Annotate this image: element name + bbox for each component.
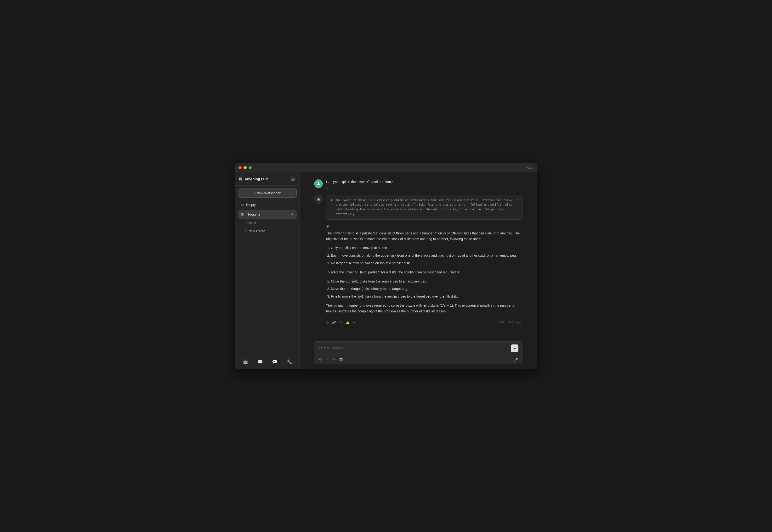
sidebar-item-empty[interactable]: ⊞ Empty	[238, 200, 297, 209]
collapse-thinking-button[interactable]: ∧	[516, 198, 518, 201]
title-bar: v1.7.3	[235, 163, 537, 172]
svg-point-0	[318, 182, 319, 184]
sidebar-footer: 🤖 📖 💬 🔧	[235, 355, 300, 369]
send-icon: ➤	[513, 347, 516, 350]
ai-avatar: ⊠	[314, 195, 323, 204]
user-message-text: Can you explain the tower of hanoi probl…	[326, 179, 393, 184]
user-message-content: Can you explain the tower of hanoi probl…	[326, 179, 393, 189]
response-actions: ⧉ 🔗 ↻ 👍 ⋯ 4.881s (59.62 tok/s)	[326, 321, 522, 325]
workspace-label: Thoughts	[246, 212, 260, 216]
send-button[interactable]: ➤	[511, 344, 518, 352]
message-input[interactable]	[318, 345, 508, 351]
message-input-row: ➤	[314, 342, 522, 355]
mention-icon[interactable]: @	[332, 358, 336, 361]
regenerate-icon[interactable]: ↻	[339, 321, 342, 324]
sidebar-item-thoughts[interactable]: ⊞ Thoughts ↑ ⚙	[238, 210, 297, 219]
ai-message: ⊠ ✦ The Tower of Hanoi is a classic prob…	[314, 195, 522, 325]
maximize-button[interactable]	[249, 166, 252, 169]
export-icon[interactable]: ↑	[288, 213, 290, 216]
new-thread-label: New Thread	[249, 229, 266, 233]
input-toolbar: 📎 / @ T 🎤	[314, 355, 522, 364]
thinking-icon: ✦	[330, 198, 333, 202]
rule-2: Each move consists of taking the upper d…	[331, 253, 522, 259]
response-conclusion: The minimum number of moves required to …	[326, 303, 522, 314]
sidebar: ⊠ Anything LLM ▦ + New Workspace ⊞ Empty…	[235, 172, 300, 369]
logo-area: ⊠ Anything LLM	[239, 176, 269, 182]
input-container: ➤ 📎 / @ T 🎤	[314, 341, 522, 364]
docs-icon[interactable]: 📖	[256, 358, 264, 366]
plus-icon: +	[245, 229, 247, 233]
workspace-icon: ⊞	[241, 212, 244, 216]
settings-icon[interactable]: 🔧	[285, 358, 293, 366]
user-avatar	[314, 179, 323, 188]
messages-container: Can you explain the tower of hanoi probl…	[300, 172, 537, 338]
thread-label: default	[247, 221, 256, 225]
app-window: v1.7.3 ⊠ Anything LLM ▦ + New Workspace …	[235, 163, 537, 369]
workspace-icon: ⊞	[241, 203, 244, 207]
settings-workspace-icon[interactable]: ⚙	[291, 213, 294, 216]
rules-list: Only one disk can be moved at a time. Ea…	[326, 245, 522, 266]
attach-icon[interactable]: 📎	[318, 358, 322, 361]
response-meta: 4.881s (59.62 tok/s)	[497, 321, 522, 324]
chat-area: Can you explain the tower of hanoi probl…	[300, 172, 537, 369]
response-intro: The Tower of Hanoi is a puzzle that cons…	[326, 231, 522, 242]
traffic-lights	[239, 166, 252, 169]
rule-1: Only one disk can be moved at a time.	[331, 245, 522, 251]
ai-response-text: The Tower of Hanoi is a puzzle that cons…	[326, 231, 522, 318]
step-1: Move the top n−1 disks from the source p…	[331, 279, 522, 284]
new-workspace-button[interactable]: + New Workspace	[238, 188, 297, 198]
sidebar-header: ⊠ Anything LLM ▦	[235, 172, 300, 186]
mic-icon[interactable]: 🎤	[514, 357, 518, 362]
sidebar-body: + New Workspace ⊞ Empty ⊞ Thoughts ↑ ⚙	[235, 186, 300, 355]
sidebar-toggle-button[interactable]: ▦	[290, 176, 296, 182]
slash-command-icon[interactable]: /	[326, 357, 329, 362]
default-thread-item[interactable]: default	[238, 220, 297, 226]
discord-icon[interactable]: 💬	[271, 358, 279, 366]
thumbs-up-icon[interactable]: 👍	[346, 321, 350, 324]
version-label: v1.7.3	[526, 166, 533, 169]
ai-logo-icon: ⊠	[317, 198, 320, 201]
workspace-label: Empty	[246, 203, 256, 207]
thinking-block: ✦ The Tower of Hanoi is a classic proble…	[326, 195, 522, 220]
workspace-actions: ↑ ⚙	[288, 213, 294, 216]
input-area: ➤ 📎 / @ T 🎤	[300, 338, 537, 369]
logo-text: Anything LLM	[245, 177, 269, 181]
logo-icon: ⊠	[239, 176, 243, 182]
step-3: Finally, move the n−1 disks from the aux…	[331, 294, 522, 299]
thinking-text: The Tower of Hanoi is a classic problem …	[336, 198, 514, 216]
more-options-icon[interactable]: ⋯	[353, 321, 356, 324]
recursive-intro: To solve the Tower of Hanoi problem for …	[326, 270, 522, 275]
agent-icon[interactable]: 🤖	[241, 358, 250, 366]
minimize-button[interactable]	[244, 166, 247, 169]
cite-icon[interactable]: 🔗	[332, 321, 336, 324]
user-message: Can you explain the tower of hanoi probl…	[314, 179, 522, 189]
copy-response-icon[interactable]: ⧉	[326, 321, 329, 325]
rule-3: No larger disk may be placed on top of a…	[331, 260, 522, 266]
volume-icon[interactable]: 🔈	[326, 224, 522, 228]
close-button[interactable]	[239, 166, 242, 169]
copy-user-message-icon[interactable]: ⧉	[326, 186, 393, 189]
recursive-steps-list: Move the top n−1 disks from the source p…	[326, 279, 522, 299]
step-2: Move the nth (largest) disk directly to …	[331, 286, 522, 292]
new-thread-button[interactable]: + New Thread	[238, 227, 297, 235]
format-icon[interactable]: T	[339, 358, 343, 361]
ai-message-content: ✦ The Tower of Hanoi is a classic proble…	[326, 195, 522, 325]
main-content: ⊠ Anything LLM ▦ + New Workspace ⊞ Empty…	[235, 172, 537, 369]
